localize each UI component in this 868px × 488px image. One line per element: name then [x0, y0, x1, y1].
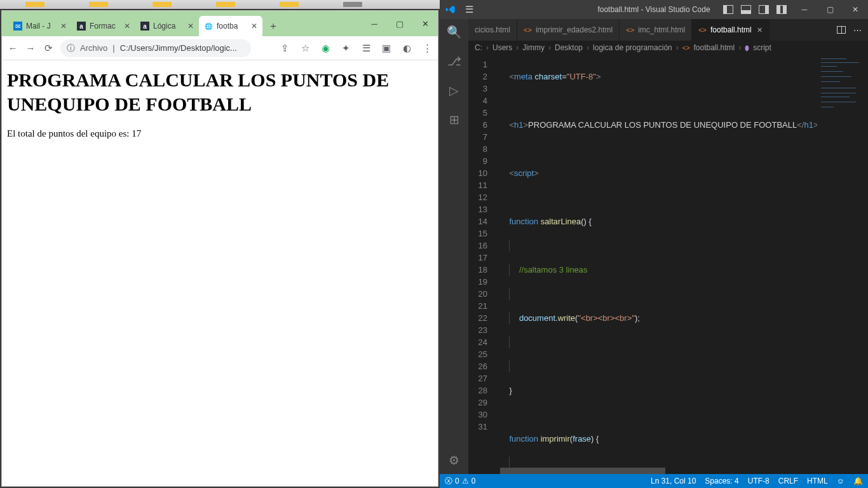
status-bar: ⓧ0 ⚠0 Ln 31, Col 10 Spaces: 4 UTF-8 CRLF… [440, 474, 868, 488]
html-file-icon: <> [626, 26, 634, 34]
crumb[interactable]: Users [492, 43, 512, 52]
omnibox[interactable]: ⓘ Archivo | C:/Users/Jimmy/Desktop/logic… [60, 39, 251, 57]
error-icon: ⓧ [445, 476, 452, 487]
close-icon[interactable]: ✕ [757, 26, 763, 34]
menu-icon[interactable]: ⋮ [421, 43, 433, 54]
omnibox-path: C:/Users/Jimmy/Desktop/logic... [120, 43, 245, 53]
breadcrumbs[interactable]: C:› Users› Jimmy› Desktop› logica de pro… [468, 41, 868, 55]
status-problems[interactable]: ⓧ0 ⚠0 [445, 476, 475, 487]
side-panel-icon[interactable]: ▣ [381, 43, 392, 54]
tab-label: Mail - J [26, 22, 51, 30]
chrome-toolbar: ← → ⟳ ⓘ Archivo | C:/Users/Jimmy/Desktop… [2, 36, 438, 60]
minimap[interactable] [817, 55, 868, 474]
new-tab-button[interactable]: ＋ [266, 19, 280, 33]
crumb[interactable]: Desktop [555, 43, 583, 52]
close-icon[interactable]: ✕ [251, 22, 257, 30]
reload-button[interactable]: ⟳ [43, 43, 54, 54]
status-eol[interactable]: CRLF [778, 477, 798, 485]
feedback-icon[interactable]: ☺ [837, 477, 844, 485]
notifications-icon[interactable]: 🔔 [853, 477, 863, 485]
chrome-tab-formacion[interactable]: a Formac ✕ [72, 16, 135, 36]
grammarly-icon[interactable]: ◉ [320, 43, 331, 54]
tab-label: cicios.html [475, 25, 510, 34]
toggle-panel-icon[interactable] [741, 5, 751, 14]
outlook-icon: ✉ [13, 22, 22, 30]
editor-area: cicios.html <> imprimir_edades2.html <> … [468, 19, 868, 474]
status-language[interactable]: HTML [807, 477, 828, 485]
chrome-tab-football[interactable]: 🌐 footba ✕ [199, 16, 262, 36]
editor-tab-ejercicios[interactable]: cicios.html [468, 19, 517, 41]
status-indent[interactable]: Spaces: 4 [705, 477, 738, 485]
tab-label: Formac [90, 22, 116, 30]
star-icon[interactable]: ☆ [299, 43, 311, 54]
status-cursor[interactable]: Ln 31, Col 10 [651, 477, 696, 485]
page-text: El total de puntos del equipo es: 17 [7, 128, 433, 139]
horizontal-scrollbar[interactable] [500, 468, 817, 474]
crumb[interactable]: football.html [693, 43, 735, 52]
split-editor-icon[interactable] [837, 26, 846, 34]
warning-icon: ⚠ [462, 477, 469, 485]
scrollbar-thumb[interactable] [500, 468, 665, 474]
editor-tab-football[interactable]: <> football.html ✕ [692, 19, 770, 41]
editor-tab-imc[interactable]: <> imc_html.html [620, 19, 692, 41]
status-encoding[interactable]: UTF-8 [748, 477, 770, 485]
settings-gear-icon[interactable]: ⚙ [447, 452, 462, 468]
code-editor[interactable]: 12345678910 11121314151617181920 2122232… [468, 55, 868, 474]
close-icon[interactable]: ✕ [60, 22, 67, 30]
window-title: football.html - Visual Studio Code [597, 5, 710, 14]
tab-label: imc_html.html [638, 25, 685, 34]
vscode-body: 🔍 ⎇ ▷ ⊞ ⚙ cicios.html <> imprimir_edades… [440, 19, 868, 474]
back-button[interactable]: ← [7, 43, 18, 53]
alura-icon: a [140, 22, 149, 30]
tab-label: imprimir_edades2.html [536, 25, 613, 34]
toggle-secondary-icon[interactable] [759, 5, 769, 14]
extensions-icon[interactable]: ⊞ [447, 112, 462, 127]
more-actions-icon[interactable]: ⋯ [853, 25, 862, 35]
vscode-window-controls: ─ ▢ ✕ [792, 0, 868, 19]
desktop-icons-peek [0, 0, 438, 9]
chrome-tab-logica[interactable]: a Lógica ✕ [135, 16, 199, 36]
crumb[interactable]: C: [475, 43, 482, 52]
alura-icon: a [77, 22, 86, 30]
maximize-button[interactable]: ▢ [387, 11, 412, 36]
tab-label: footba [217, 22, 238, 30]
page-title: PROGRAMA CALCULAR LOS PUNTOS DE UNEQUIPO… [7, 68, 433, 116]
close-button[interactable]: ✕ [412, 11, 438, 36]
vscode-window: ☰ football.html - Visual Studio Code ─ ▢… [440, 0, 868, 488]
chrome-window: ✉ Mail - J ✕ a Formac ✕ a Lógica ✕ 🌐 foo… [1, 10, 438, 487]
profile-icon[interactable]: ◐ [401, 43, 412, 54]
vscode-logo-icon [445, 4, 456, 15]
editor-tab-imprimir-edades[interactable]: <> imprimir_edades2.html [517, 19, 620, 41]
hamburger-menu-icon[interactable]: ☰ [465, 4, 473, 15]
minimize-button[interactable]: ─ [792, 0, 817, 19]
toggle-sidebar-icon[interactable] [723, 5, 733, 14]
omnibox-prefix: Archivo [80, 43, 107, 53]
crumb[interactable]: logica de programación [593, 43, 672, 52]
close-icon[interactable]: ✕ [124, 22, 130, 30]
info-icon: ⓘ [67, 43, 75, 54]
forward-button[interactable]: → [25, 43, 36, 53]
reading-list-icon[interactable]: ☰ [360, 43, 372, 54]
tab-label: Lógica [153, 22, 175, 30]
share-icon[interactable]: ⇪ [279, 43, 290, 54]
close-button[interactable]: ✕ [843, 0, 868, 19]
close-icon[interactable]: ✕ [187, 22, 194, 30]
search-icon[interactable]: 🔍 [447, 24, 462, 39]
customize-layout-icon[interactable] [776, 5, 787, 14]
crumb[interactable]: script [753, 43, 771, 52]
toolbar-right: ⇪ ☆ ◉ ✦ ☰ ▣ ◐ ⋮ [279, 43, 433, 54]
html-file-icon: <> [524, 26, 532, 34]
code-content[interactable]: <meta charset="UTF-8"> <h1>PROGRAMA CALC… [500, 58, 868, 474]
minimize-button[interactable]: ─ [362, 11, 387, 36]
run-debug-icon[interactable]: ▷ [447, 83, 462, 98]
chrome-page-content: PROGRAMA CALCULAR LOS PUNTOS DE UNEQUIPO… [2, 60, 438, 486]
source-control-icon[interactable]: ⎇ [447, 53, 462, 69]
chrome-tab-strip: ✉ Mail - J ✕ a Formac ✕ a Lógica ✕ 🌐 foo… [2, 11, 438, 36]
crumb[interactable]: Jimmy [522, 43, 545, 52]
globe-icon: 🌐 [204, 22, 213, 30]
maximize-button[interactable]: ▢ [817, 0, 843, 19]
extensions-icon[interactable]: ✦ [340, 43, 351, 54]
html-file-icon: <> [698, 26, 707, 34]
chrome-tab-mail[interactable]: ✉ Mail - J ✕ [8, 16, 72, 36]
activity-bar: 🔍 ⎇ ▷ ⊞ ⚙ [440, 19, 468, 474]
